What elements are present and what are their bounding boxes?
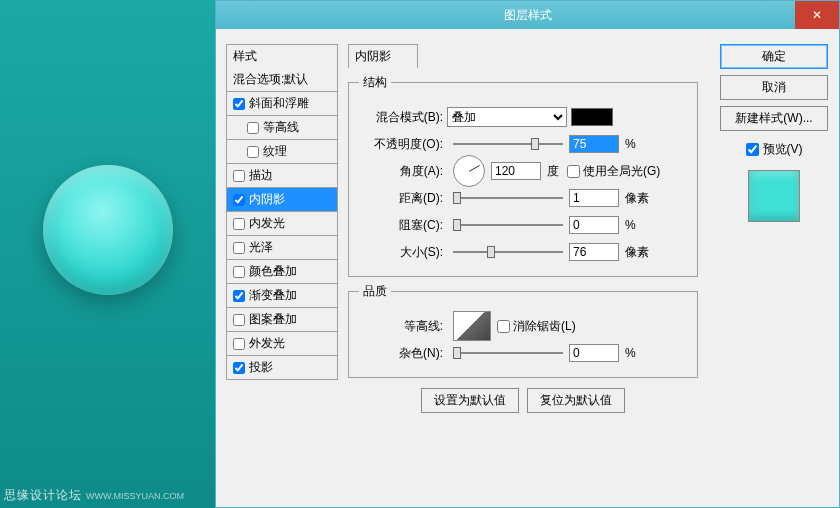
ok-button[interactable]: 确定 <box>720 44 828 69</box>
blend-mode-select[interactable]: 叠加 <box>447 107 567 127</box>
style-label: 投影 <box>249 359 273 376</box>
settings-panel: 内阴影 结构 混合模式(B): 叠加 不透明度(O): 75 % 角度(A): <box>348 44 698 413</box>
style-checkbox[interactable] <box>233 170 245 182</box>
style-item-9[interactable]: 图案叠加 <box>226 308 338 332</box>
style-checkbox[interactable] <box>233 218 245 230</box>
structure-group: 结构 混合模式(B): 叠加 不透明度(O): 75 % 角度(A): 120 … <box>348 74 698 277</box>
style-checkbox[interactable] <box>233 194 245 206</box>
distance-input[interactable]: 1 <box>569 189 619 207</box>
style-label: 图案叠加 <box>249 311 297 328</box>
size-label: 大小(S): <box>359 244 447 261</box>
angle-dial[interactable] <box>453 155 485 187</box>
style-checkbox[interactable] <box>233 338 245 350</box>
distance-slider[interactable] <box>453 195 563 201</box>
opacity-label: 不透明度(O): <box>359 136 447 153</box>
noise-input[interactable]: 0 <box>569 344 619 362</box>
style-label: 光泽 <box>249 239 273 256</box>
sphere-shape <box>43 165 173 295</box>
dialog-buttons: 确定 取消 新建样式(W)... 预览(V) <box>719 44 829 222</box>
style-item-11[interactable]: 投影 <box>226 356 338 380</box>
make-default-button[interactable]: 设置为默认值 <box>421 388 519 413</box>
choke-label: 阻塞(C): <box>359 217 447 234</box>
style-checkbox[interactable] <box>233 242 245 254</box>
antialias-label: 消除锯齿(L) <box>513 318 576 335</box>
preview-toggle[interactable]: 预览(V) <box>746 141 803 158</box>
quality-group: 品质 等高线: 消除锯齿(L) 杂色(N): 0 % <box>348 283 698 378</box>
structure-legend: 结构 <box>359 74 391 91</box>
style-label: 颜色叠加 <box>249 263 297 280</box>
contour-picker[interactable] <box>453 311 491 341</box>
noise-slider[interactable] <box>453 350 563 356</box>
style-checkbox[interactable] <box>233 98 245 110</box>
choke-slider[interactable] <box>453 222 563 228</box>
style-item-8[interactable]: 渐变叠加 <box>226 284 338 308</box>
style-item-0[interactable]: 斜面和浮雕 <box>226 92 338 116</box>
opacity-slider[interactable] <box>453 141 563 147</box>
style-item-2[interactable]: 纹理 <box>226 140 338 164</box>
style-label: 外发光 <box>249 335 285 352</box>
choke-input[interactable]: 0 <box>569 216 619 234</box>
style-label: 等高线 <box>263 119 299 136</box>
blend-mode-label: 混合模式(B): <box>359 109 447 126</box>
dialog-titlebar[interactable]: 图层样式 ✕ <box>216 1 839 29</box>
canvas-background: 思缘设计论坛WWW.MISSYUAN.COM <box>0 0 215 508</box>
global-light-checkbox[interactable] <box>567 165 580 178</box>
style-label: 纹理 <box>263 143 287 160</box>
size-slider[interactable] <box>453 249 563 255</box>
angle-input[interactable]: 120 <box>491 162 541 180</box>
angle-label: 角度(A): <box>359 163 447 180</box>
preview-checkbox[interactable] <box>746 143 759 156</box>
style-label: 内发光 <box>249 215 285 232</box>
distance-label: 距离(D): <box>359 190 447 207</box>
style-item-4[interactable]: 内阴影 <box>226 188 338 212</box>
style-label: 渐变叠加 <box>249 287 297 304</box>
style-item-5[interactable]: 内发光 <box>226 212 338 236</box>
global-light-label: 使用全局光(G) <box>583 163 660 180</box>
close-icon: ✕ <box>812 8 822 22</box>
new-style-button[interactable]: 新建样式(W)... <box>720 106 828 131</box>
noise-label: 杂色(N): <box>359 345 447 362</box>
reset-default-button[interactable]: 复位为默认值 <box>527 388 625 413</box>
close-button[interactable]: ✕ <box>795 1 839 29</box>
blend-color-swatch[interactable] <box>571 108 613 126</box>
style-item-3[interactable]: 描边 <box>226 164 338 188</box>
style-label: 描边 <box>249 167 273 184</box>
preview-swatch <box>748 170 800 222</box>
style-checkbox[interactable] <box>247 146 259 158</box>
style-checkbox[interactable] <box>233 362 245 374</box>
size-input[interactable]: 76 <box>569 243 619 261</box>
quality-legend: 品质 <box>359 283 391 300</box>
style-label: 内阴影 <box>249 191 285 208</box>
blend-options-row[interactable]: 混合选项:默认 <box>226 68 338 92</box>
cancel-button[interactable]: 取消 <box>720 75 828 100</box>
antialias-checkbox[interactable] <box>497 320 510 333</box>
style-item-6[interactable]: 光泽 <box>226 236 338 260</box>
styles-list: 样式 混合选项:默认 斜面和浮雕等高线纹理描边内阴影内发光光泽颜色叠加渐变叠加图… <box>226 44 338 380</box>
style-checkbox[interactable] <box>247 122 259 134</box>
watermark: 思缘设计论坛WWW.MISSYUAN.COM <box>4 487 184 504</box>
style-label: 斜面和浮雕 <box>249 95 309 112</box>
style-checkbox[interactable] <box>233 266 245 278</box>
dialog-title: 图层样式 <box>504 7 552 24</box>
opacity-input[interactable]: 75 <box>569 135 619 153</box>
style-item-10[interactable]: 外发光 <box>226 332 338 356</box>
style-checkbox[interactable] <box>233 314 245 326</box>
style-item-7[interactable]: 颜色叠加 <box>226 260 338 284</box>
style-checkbox[interactable] <box>233 290 245 302</box>
style-item-1[interactable]: 等高线 <box>226 116 338 140</box>
contour-label: 等高线: <box>359 318 447 335</box>
panel-title: 内阴影 <box>348 44 418 68</box>
styles-header[interactable]: 样式 <box>226 44 338 68</box>
layer-style-dialog: 图层样式 ✕ 样式 混合选项:默认 斜面和浮雕等高线纹理描边内阴影内发光光泽颜色… <box>215 0 840 508</box>
